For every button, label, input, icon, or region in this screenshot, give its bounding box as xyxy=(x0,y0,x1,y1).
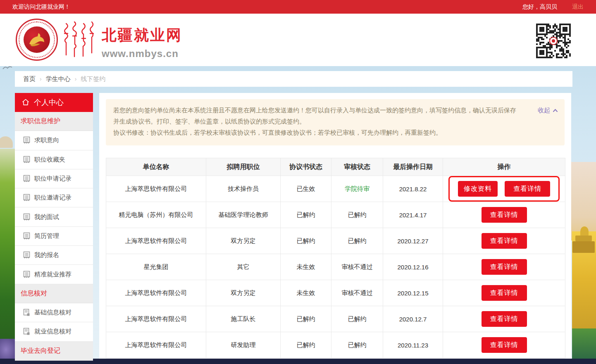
modify-button[interactable]: 修改资料 xyxy=(458,181,498,197)
view-details-button[interactable]: 查看详情 xyxy=(482,337,527,353)
cell-company-text: 上海萃思软件有限公司 xyxy=(125,237,187,245)
sidebar-section-label: 毕业去向登记 xyxy=(15,342,93,361)
cell-last-date-text: 2020.12.7 xyxy=(399,316,427,323)
sidebar-item-label: 我的报名 xyxy=(34,251,59,259)
cell-actions: 修改资料查看详情 xyxy=(443,176,565,202)
breadcrumb-item[interactable]: 学生中心 xyxy=(46,75,71,83)
topbar: 欢迎访问北疆就业网！ 您好，高贝贝 退出 xyxy=(0,0,596,14)
sidebar-item-label: 基础信息核对 xyxy=(34,309,72,316)
cell-audit-status: 已解约 xyxy=(331,202,383,228)
cell-last-date-text: 2020.12.27 xyxy=(397,238,428,245)
cell-company-text: 上海萃思软件有限公司 xyxy=(125,341,187,349)
breadcrumb-separator: › xyxy=(40,76,42,82)
home-icon xyxy=(21,98,30,107)
background-yurt xyxy=(0,136,13,148)
cell-agreement-status: 已生效 xyxy=(281,176,331,202)
sidebar-item[interactable]: 我的报名 xyxy=(15,246,93,265)
sidebar-section-label: 信息核对 xyxy=(15,284,93,303)
cell-position-text: 双方另定 xyxy=(231,237,256,245)
table-row: 上海萃思软件有限公司技术操作员已生效学院待审2021.8.22修改资料查看详情 xyxy=(106,176,565,202)
background-temple xyxy=(580,226,589,236)
column-header: 操作 xyxy=(443,158,565,176)
view-details-button[interactable]: 查看详情 xyxy=(482,311,527,327)
sidebar-item[interactable]: 职位邀请记录 xyxy=(15,188,93,207)
cell-actions: 查看详情 xyxy=(443,228,565,254)
notice-line-1: 若您的意向签约单位尚未在本系统注册且不愿意在网上给您发送邀约！您可以自行录入与单… xyxy=(113,105,522,127)
document-badge-icon xyxy=(23,328,30,335)
cell-audit-status: 审核不通过 xyxy=(331,254,383,280)
view-details-button[interactable]: 查看详情 xyxy=(482,259,527,275)
cell-last-date-text: 2021.4.17 xyxy=(399,212,427,219)
table-row: 上海萃思软件有限公司施工队长已解约已解约2020.12.7查看详情 xyxy=(106,306,565,332)
document-icon xyxy=(23,175,30,183)
site-title: 北疆就业网 xyxy=(102,25,182,45)
view-details-button[interactable]: 查看详情 xyxy=(505,181,550,197)
mongolian-script-icon xyxy=(62,20,96,62)
cell-last-date: 2020.12.27 xyxy=(383,228,443,254)
qr-logo-badge xyxy=(549,37,558,45)
cell-position: 施工队长 xyxy=(206,306,281,332)
cell-actions: 查看详情 xyxy=(443,254,565,280)
cell-agreement-status: 已解约 xyxy=(281,332,331,358)
cell-actions: 查看详情 xyxy=(443,280,565,306)
column-header: 审核状态 xyxy=(331,158,383,176)
actions-group: 查看详情 xyxy=(482,311,527,327)
sidebar-title: 个人中心 xyxy=(34,98,64,107)
table-row: 精元电脑（苏州）有限公司基础医学理论教师已解约已解约2021.4.17查看详情 xyxy=(106,202,565,228)
breadcrumb-item: 线下签约 xyxy=(81,75,105,83)
highlight-annotation-box: 修改资料查看详情 xyxy=(448,176,560,202)
horse-emblem-icon xyxy=(24,26,50,53)
cell-position-text: 研发助理 xyxy=(231,341,256,349)
sidebar-header[interactable]: 个人中心 xyxy=(15,93,93,112)
cell-company: 上海萃思软件有限公司 xyxy=(106,332,206,358)
cell-agreement-status: 已解约 xyxy=(281,306,331,332)
cell-last-date: 2020.12.7 xyxy=(383,306,443,332)
collapse-toggle[interactable]: 收起 xyxy=(538,105,558,116)
sidebar-item-label: 我的面试 xyxy=(34,213,59,221)
column-header: 最后操作日期 xyxy=(383,158,443,176)
cell-last-date-text: 2021.8.22 xyxy=(399,186,427,193)
cell-company-text: 上海萃思软件有限公司 xyxy=(125,289,187,297)
table-row: 上海萃思软件有限公司双方另定已解约已解约2020.12.27查看详情 xyxy=(106,228,565,254)
actions-group: 查看详情 xyxy=(482,207,527,223)
column-header: 单位名称 xyxy=(106,158,206,176)
notice-box: 若您的意向签约单位尚未在本系统注册且不愿意在网上给您发送邀约！您可以自行录入与单… xyxy=(106,99,565,145)
sidebar-item[interactable]: 我的面试 xyxy=(15,207,93,226)
cell-position: 其它 xyxy=(206,254,281,280)
cell-position: 研发助理 xyxy=(206,332,281,358)
sidebar-item[interactable]: 就业信息核对 xyxy=(15,322,93,341)
sidebar-item[interactable]: 职位申请记录 xyxy=(15,169,93,188)
breadcrumb-item[interactable]: 首页 xyxy=(23,75,36,83)
logout-link[interactable]: 退出 xyxy=(572,3,584,11)
column-header: 拟聘用职位 xyxy=(206,158,281,176)
sidebar-item-label: 求职意向 xyxy=(34,136,59,144)
qr-code xyxy=(536,24,571,58)
cell-audit-status-text: 已解约 xyxy=(348,341,367,349)
cell-agreement-status-text: 已解约 xyxy=(297,315,315,323)
cell-last-date: 2020.12.16 xyxy=(383,254,443,280)
breadcrumb-separator: › xyxy=(75,76,77,82)
view-details-button[interactable]: 查看详情 xyxy=(482,285,527,301)
cell-last-date: 2021.4.17 xyxy=(383,202,443,228)
cell-position-text: 其它 xyxy=(237,263,250,271)
cell-audit-status: 已解约 xyxy=(331,332,383,358)
cell-audit-status-text: 学院待审 xyxy=(345,185,370,193)
chevron-up-icon xyxy=(553,105,558,116)
background-temple xyxy=(572,241,595,253)
cell-actions: 查看详情 xyxy=(443,306,565,332)
cell-last-date-text: 2020.12.15 xyxy=(397,290,428,297)
sidebar-item[interactable]: 基础信息核对 xyxy=(15,303,93,322)
brand-block: 北疆就业网 www.nmbys.cn xyxy=(102,25,182,59)
view-details-button[interactable]: 查看详情 xyxy=(482,233,527,249)
background-temple xyxy=(575,236,592,241)
breadcrumb: 首页›学生中心›线下签约 xyxy=(15,71,572,87)
view-details-button[interactable]: 查看详情 xyxy=(482,207,527,223)
sidebar-item-label: 简历管理 xyxy=(34,232,59,240)
sidebar-item[interactable]: 简历管理 xyxy=(15,227,93,246)
sidebar-item[interactable]: 精准就业推荐 xyxy=(15,265,93,284)
cell-position: 技术操作员 xyxy=(206,176,281,202)
background-green-field xyxy=(572,328,596,359)
cell-company-text: 上海萃思软件有限公司 xyxy=(125,185,187,193)
sidebar-item[interactable]: 职位收藏夹 xyxy=(15,150,93,169)
sidebar-item[interactable]: 求职意向 xyxy=(15,131,93,150)
